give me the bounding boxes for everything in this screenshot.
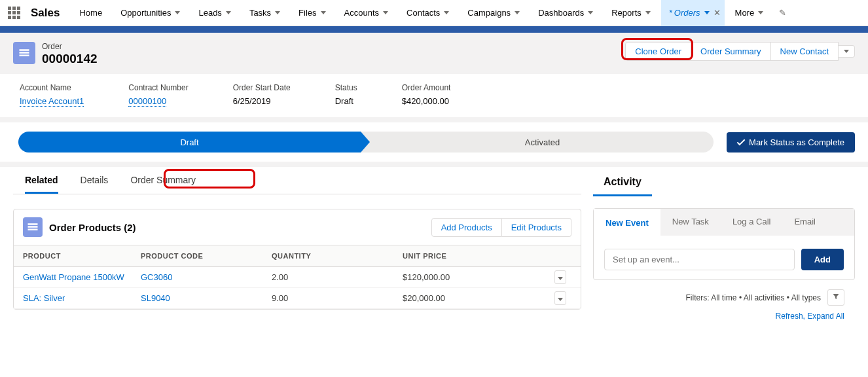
filter-text: Filters: All time • All activities • All… [686, 293, 821, 302]
nav-more[interactable]: More [727, 0, 772, 26]
card-title: Order Products (2) [49, 222, 136, 233]
app-name: Sales [31, 7, 60, 20]
contract-link[interactable]: 00000100 [128, 96, 166, 107]
header-band [0, 26, 868, 33]
field-contract: Contract Number 00000100 [128, 83, 188, 107]
chevron-down-icon[interactable] [588, 11, 593, 14]
product-link[interactable]: SLA: Silver [23, 293, 65, 303]
record-title: 00000142 [42, 52, 98, 66]
tab-details[interactable]: Details [81, 175, 109, 194]
refresh-expand-link[interactable]: Refresh, Expand All [776, 312, 855, 321]
nav-home[interactable]: Home [71, 0, 110, 26]
row-actions-button[interactable] [554, 291, 566, 305]
header-actions: Clone Order Order Summary New Contact [625, 42, 855, 61]
record-header: Order 00000142 Clone Order Order Summary… [0, 33, 868, 74]
chevron-down-icon[interactable] [515, 11, 520, 14]
add-products-button[interactable]: Add Products [431, 218, 502, 237]
add-event-button[interactable]: Add [801, 249, 844, 270]
field-amount: Order Amount $420,000.00 [402, 83, 451, 107]
activity-panel: Activity New Event New Task Log a Call E… [593, 167, 855, 321]
nav-opportunities[interactable]: Opportunities [113, 0, 188, 26]
order-products-card: Order Products (2) Add Products Edit Pro… [13, 209, 581, 310]
table-row: GenWatt Propane 1500kW GC3060 2.00 $120,… [14, 267, 581, 288]
table-header: PRODUCT PRODUCT CODE QUANTITY UNIT PRICE [14, 245, 581, 267]
nav-leads[interactable]: Leads [190, 0, 238, 26]
app-launcher-icon[interactable] [8, 7, 20, 19]
object-label: Order [42, 42, 98, 51]
field-status: Status Draft [335, 83, 357, 107]
chevron-down-icon[interactable] [704, 11, 710, 14]
pencil-icon[interactable]: ✎ [779, 8, 786, 18]
clone-order-button[interactable]: Clone Order [625, 42, 691, 61]
path-stage-draft[interactable]: Draft [18, 132, 361, 153]
nav-orders[interactable]: *Orders✕ [661, 0, 725, 26]
activity-title: Activity [593, 167, 652, 196]
tab-email[interactable]: Email [782, 209, 827, 236]
divider-strip [0, 162, 868, 167]
activity-tabs: New Event New Task Log a Call Email [594, 209, 854, 236]
product-link[interactable]: GenWatt Propane 1500kW [23, 272, 124, 282]
nav-accounts[interactable]: Accounts [336, 0, 396, 26]
chevron-down-icon[interactable] [645, 11, 651, 14]
chevron-down-icon [558, 298, 563, 301]
account-link[interactable]: Invoice Account1 [20, 96, 84, 107]
nav-campaigns[interactable]: Campaigns [460, 0, 528, 26]
more-actions-button[interactable] [839, 45, 855, 58]
tab-new-event[interactable]: New Event [594, 209, 660, 236]
nav-files[interactable]: Files [291, 0, 333, 26]
nav-tasks[interactable]: Tasks [242, 0, 288, 26]
record-tabs: Related Details Order Summary [13, 167, 581, 194]
new-contact-button[interactable]: New Contact [771, 42, 839, 61]
product-code-link[interactable]: GC3060 [141, 272, 172, 282]
tab-order-summary[interactable]: Order Summary [130, 175, 196, 194]
filter-icon[interactable] [827, 289, 844, 306]
nav-dashboards[interactable]: Dashboards [530, 0, 601, 26]
check-icon [737, 137, 746, 145]
table-row: SLA: Silver SL9040 9.00 $20,000.00 [14, 288, 581, 309]
order-icon [13, 42, 35, 64]
chevron-down-icon[interactable] [275, 11, 280, 14]
path-row: Draft Activated Mark Status as Complete [0, 122, 868, 162]
tab-new-task[interactable]: New Task [660, 209, 721, 236]
event-input[interactable] [604, 249, 795, 270]
chevron-down-icon[interactable] [383, 11, 388, 14]
tab-related[interactable]: Related [25, 175, 58, 194]
nav-contacts[interactable]: Contacts [399, 0, 457, 26]
order-summary-button[interactable]: Order Summary [691, 42, 770, 61]
path-stage-activated[interactable]: Activated [361, 132, 714, 153]
order-products-icon [23, 217, 43, 237]
chevron-down-icon [844, 50, 849, 53]
product-code-link[interactable]: SL9040 [141, 293, 170, 303]
mark-status-complete-button[interactable]: Mark Status as Complete [727, 132, 855, 153]
chevron-down-icon[interactable] [175, 11, 180, 14]
field-start-date: Order Start Date 6/25/2019 [233, 83, 291, 107]
close-icon[interactable]: ✕ [714, 8, 721, 18]
status-path: Draft Activated [18, 132, 714, 153]
chevron-down-icon[interactable] [758, 11, 763, 14]
edit-products-button[interactable]: Edit Products [502, 218, 571, 237]
chevron-down-icon[interactable] [226, 11, 231, 14]
chevron-down-icon[interactable] [321, 11, 326, 14]
divider-strip [0, 117, 868, 122]
chevron-down-icon[interactable] [444, 11, 449, 14]
highlight-fields: Account Name Invoice Account1 Contract N… [0, 74, 868, 117]
tab-log-call[interactable]: Log a Call [721, 209, 783, 236]
top-nav: Sales Home Opportunities Leads Tasks Fil… [0, 0, 868, 26]
nav-reports[interactable]: Reports [604, 0, 659, 26]
row-actions-button[interactable] [554, 270, 566, 284]
field-account: Account Name Invoice Account1 [20, 83, 84, 107]
chevron-down-icon [558, 277, 563, 280]
